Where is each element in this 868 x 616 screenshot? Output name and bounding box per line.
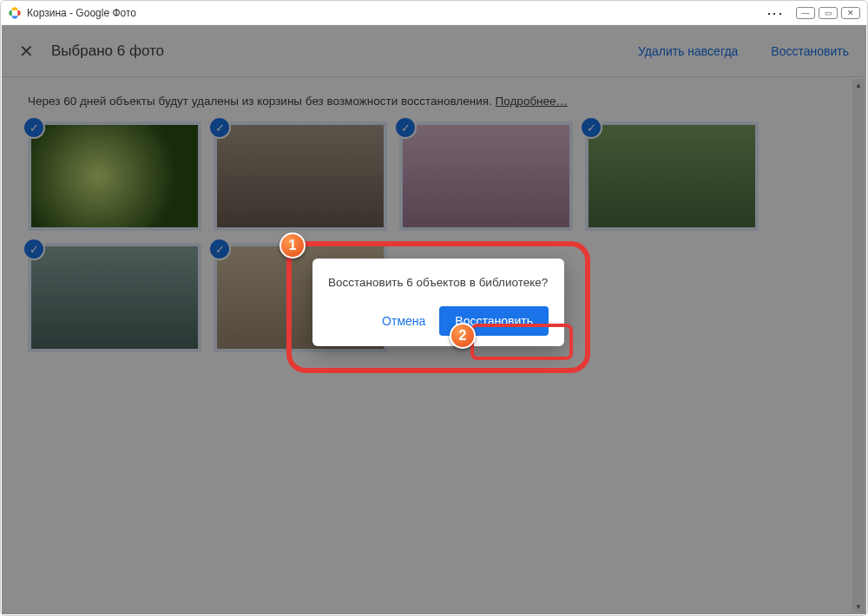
- dialog-cancel-button[interactable]: Отмена: [377, 307, 431, 335]
- close-window-button[interactable]: ✕: [841, 7, 860, 19]
- step-badge-1: 1: [279, 233, 306, 259]
- titlebar: Корзина - Google Фото ⋮ — ▭ ✕: [1, 1, 867, 25]
- google-photos-icon: [8, 6, 22, 20]
- dialog-actions: Отмена Восстановить: [328, 306, 549, 336]
- window-title: Корзина - Google Фото: [27, 7, 136, 19]
- dialog-message: Восстановить 6 объектов в библиотеке?: [328, 276, 549, 289]
- minimize-button[interactable]: —: [796, 7, 815, 19]
- kebab-menu-icon[interactable]: ⋮: [766, 6, 785, 20]
- maximize-button[interactable]: ▭: [819, 7, 838, 19]
- step-badge-2: 2: [450, 323, 476, 349]
- restore-confirm-dialog: Восстановить 6 объектов в библиотеке? От…: [312, 259, 564, 346]
- window-controls: — ▭ ✕: [796, 7, 860, 19]
